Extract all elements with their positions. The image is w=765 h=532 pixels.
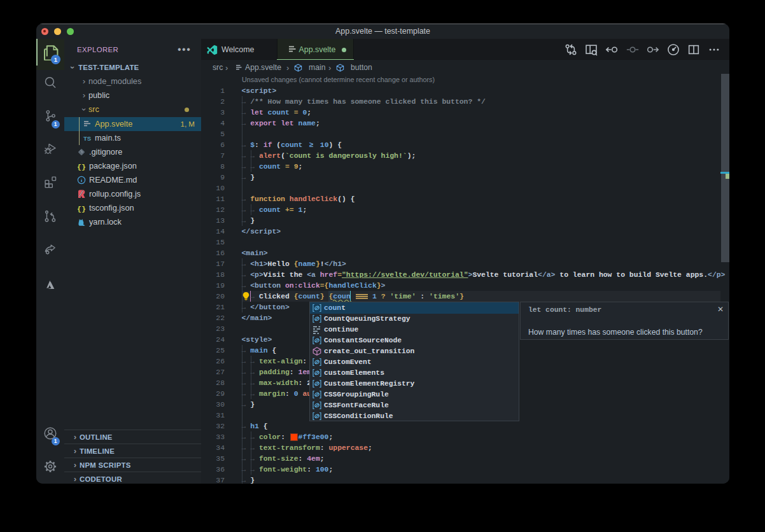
svg-text:TS: TS <box>83 135 91 142</box>
svg-text:{}: {} <box>77 162 86 171</box>
svg-text:{}: {} <box>77 204 86 213</box>
